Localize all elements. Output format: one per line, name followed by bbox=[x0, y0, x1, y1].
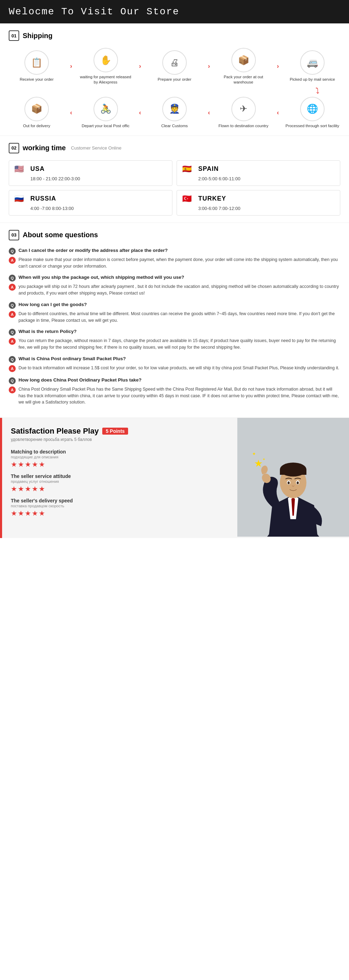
sat-item-sub-2: продавец услуг отношения bbox=[11, 479, 228, 484]
faq-q-text-3: How long can I get the goods? bbox=[19, 302, 87, 308]
satisfaction-subtitle: удовлетворение просьба играть 5 баллов bbox=[11, 437, 228, 442]
flow-item-2: ✋ waiting for payment released by Aliexp… bbox=[78, 48, 134, 85]
working-time-section: 02 working time Customer Service Online … bbox=[0, 136, 349, 223]
working-time-section-num: 02 bbox=[9, 143, 19, 153]
flow-icon-6: 📦 bbox=[24, 97, 49, 121]
faq-item-4: Q What is the return Policy? A You can r… bbox=[9, 328, 340, 351]
faq-q-6: Q How long does China Post Oridinary Pac… bbox=[9, 377, 340, 384]
flow-arrow-3: › bbox=[208, 62, 210, 70]
svg-text:✦: ✦ bbox=[252, 451, 256, 457]
shipping-section-num: 01 bbox=[9, 30, 19, 41]
time-text-spain: 2:00-5:00 6:00-11:00 bbox=[182, 176, 335, 181]
flow-item-3: 🖨 Prepare your order bbox=[147, 50, 202, 82]
time-card-russia: 🇷🇺 RUSSIA 4:00 -7:00 8:00-13:00 bbox=[9, 190, 172, 216]
faq-q-1: Q Can I cancel the order or modify the a… bbox=[9, 247, 340, 255]
working-time-section-label: working time bbox=[23, 144, 66, 152]
flow-item-7: 🚴 Depart your local Post offic bbox=[78, 97, 134, 129]
faq-item-5: Q What is China Post ordinary Small Pack… bbox=[9, 356, 340, 372]
svg-point-9 bbox=[297, 482, 299, 484]
faq-a-badge-5: A bbox=[9, 365, 16, 372]
faq-q-2: Q When will you ship the package out, wh… bbox=[9, 274, 340, 282]
svg-text:✦: ✦ bbox=[262, 457, 265, 461]
flow-arrow-6: ‹ bbox=[139, 109, 141, 116]
sat-item-title-3: The seller's delivery speed bbox=[11, 498, 228, 503]
flow-arrow-down: ⤵ bbox=[9, 86, 340, 95]
time-card-turkey: 🇹🇷 TURKEY 3:00-6:00 7:00-12:00 bbox=[177, 190, 340, 216]
sat-item-sub-1: подходящие для описания bbox=[11, 455, 228, 459]
shipping-section: 01 Shipping 📋 Receive your order › ✋ wai… bbox=[0, 24, 349, 136]
time-text-usa: 18:00 - 21:00 22:00-3:00 bbox=[14, 176, 167, 181]
time-card-russia-header: 🇷🇺 RUSSIA bbox=[14, 195, 167, 203]
flow-icon-5: 🚐 bbox=[300, 50, 325, 75]
time-card-spain: 🇪🇸 SPAIN 2:00-5:00 6:00-11:00 bbox=[177, 161, 340, 186]
faq-section-num: 03 bbox=[9, 230, 19, 240]
faq-item-1: Q Can I cancel the order or modify the a… bbox=[9, 247, 340, 270]
flow-arrow-7: ‹ bbox=[208, 109, 210, 116]
shipping-section-label: Shipping bbox=[23, 32, 53, 40]
faq-a-badge-4: A bbox=[9, 338, 16, 345]
page-header: Welocme To Visit Our Store bbox=[0, 0, 349, 24]
faq-a-2: A you package will ship out in 72 hours … bbox=[9, 283, 340, 297]
flow-label-4: Pack your order at out warehouse bbox=[216, 75, 271, 85]
faq-q-text-5: What is China Post ordinary Small Packet… bbox=[19, 356, 126, 362]
sat-stars-1: ★★★★★ bbox=[11, 460, 228, 469]
person-illustration: ★ ✦ ✦ bbox=[237, 418, 349, 537]
faq-q-3: Q How long can I get the goods? bbox=[9, 302, 340, 309]
shipping-flow-row2: 📦 Out for delivery ‹ 🚴 Depart your local… bbox=[9, 97, 340, 129]
sat-stars-2: ★★★★★ bbox=[11, 485, 228, 493]
faq-a-badge-6: A bbox=[9, 387, 16, 393]
time-text-russia: 4:00 -7:00 8:00-13:00 bbox=[14, 206, 167, 211]
flow-arrow-2: › bbox=[139, 62, 141, 70]
faq-item-2: Q When will you ship the package out, wh… bbox=[9, 274, 340, 297]
faq-a-6: A China Post Oridinary Small Packet Plus… bbox=[9, 386, 340, 406]
faq-q-text-6: How long does China Post Oridinary Packe… bbox=[19, 377, 142, 383]
faq-item-3: Q How long can I get the goods? A Due to… bbox=[9, 302, 340, 324]
country-name-russia: RUSSIA bbox=[30, 195, 56, 202]
satisfaction-title-text: Satisfaction Please Play bbox=[11, 426, 99, 436]
faq-q-text-4: What is the return Policy? bbox=[19, 328, 77, 335]
flow-label-7: Depart your local Post offic bbox=[82, 123, 130, 129]
flow-icon-7: 🚴 bbox=[94, 97, 118, 121]
flow-arrow-5: ‹ bbox=[70, 109, 72, 116]
flow-item-6: 📦 Out for delivery bbox=[9, 97, 65, 129]
faq-a-text-5: Due to track information will increase 1… bbox=[19, 365, 339, 371]
flow-label-5: Picked up by mail service bbox=[290, 77, 335, 82]
faq-a-text-2: you package will ship out in 72 hours af… bbox=[19, 283, 340, 297]
time-card-usa: 🇺🇸 USA 18:00 - 21:00 22:00-3:00 bbox=[9, 161, 172, 186]
svg-point-8 bbox=[287, 482, 290, 484]
time-card-turkey-header: 🇹🇷 TURKEY bbox=[182, 195, 335, 203]
faq-a-text-4: You can return the package, without reas… bbox=[19, 337, 340, 351]
satisfaction-title: Satisfaction Please Play 5 Points bbox=[11, 426, 228, 436]
faq-a-text-3: Due to different countries, the arrival … bbox=[19, 310, 340, 324]
working-time-sublabel: Customer Service Online bbox=[71, 145, 121, 151]
faq-q-text-1: Can I cancel the order or modify the add… bbox=[19, 247, 168, 254]
flow-label-1: Receive your order bbox=[19, 77, 53, 82]
flow-item-5: 🚐 Picked up by mail service bbox=[284, 50, 340, 82]
satisfaction-right: ★ ✦ ✦ bbox=[237, 418, 349, 538]
faq-q-badge-6: Q bbox=[9, 377, 16, 384]
time-card-usa-header: 🇺🇸 USA bbox=[14, 165, 167, 173]
svg-text:★: ★ bbox=[254, 458, 263, 469]
flow-item-10: 🌐 Processed through sort facility bbox=[284, 97, 340, 129]
faq-a-badge-1: A bbox=[9, 257, 16, 264]
flow-icon-2: ✋ bbox=[94, 48, 118, 72]
faq-q-4: Q What is the return Policy? bbox=[9, 328, 340, 336]
flag-turkey: 🇹🇷 bbox=[182, 195, 195, 203]
faq-a-4: A You can return the package, without re… bbox=[9, 337, 340, 351]
flow-icon-3: 🖨 bbox=[162, 50, 187, 75]
sat-stars-3: ★★★★★ bbox=[11, 509, 228, 517]
faq-section: 03 About some questions Q Can I cancel t… bbox=[0, 223, 349, 418]
faq-q-badge-3: Q bbox=[9, 302, 16, 309]
sat-item-1: Matching to description подходящие для о… bbox=[11, 449, 228, 469]
flow-item-9: ✈ Flown to destination country bbox=[216, 97, 271, 129]
sat-item-2: The seller service attitude продавец усл… bbox=[11, 473, 228, 493]
sat-item-title-1: Matching to description bbox=[11, 449, 228, 455]
flow-item-4: 📦 Pack your order at out warehouse bbox=[216, 48, 271, 85]
satisfaction-section: Satisfaction Please Play 5 Points удовле… bbox=[0, 418, 349, 538]
country-name-turkey: TURKEY bbox=[198, 195, 226, 202]
faq-a-badge-2: A bbox=[9, 284, 16, 291]
faq-a-badge-3: A bbox=[9, 311, 16, 318]
flow-label-8: Clear Customs bbox=[161, 123, 188, 129]
flow-icon-9: ✈ bbox=[232, 97, 256, 121]
flow-label-2: waiting for payment released by Aliexpre… bbox=[78, 75, 134, 85]
